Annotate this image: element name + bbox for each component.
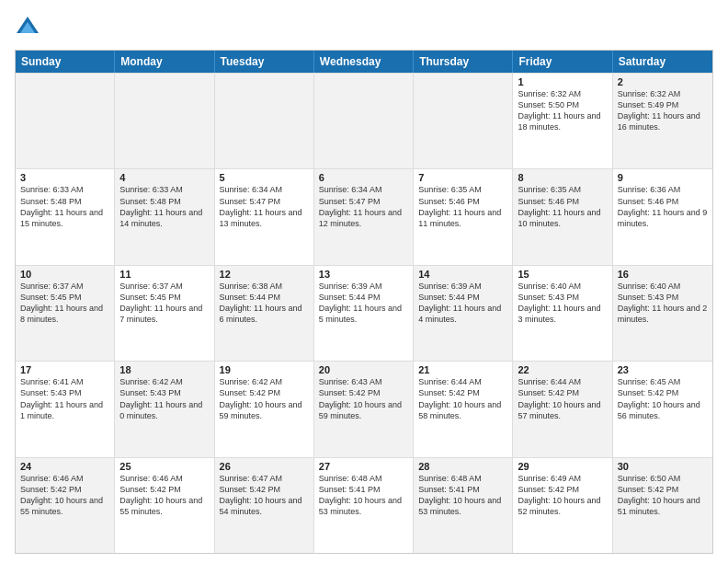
- empty-cell-0-0: [16, 74, 115, 168]
- day-info: Sunrise: 6:43 AM Sunset: 5:42 PM Dayligh…: [319, 376, 408, 421]
- header-day-wednesday: Wednesday: [314, 51, 414, 73]
- day-info: Sunrise: 6:44 AM Sunset: 5:42 PM Dayligh…: [518, 376, 607, 421]
- day-number: 18: [119, 364, 209, 375]
- day-number: 4: [119, 172, 209, 183]
- day-number: 12: [220, 269, 309, 280]
- day-cell-12: 12Sunrise: 6:38 AM Sunset: 5:44 PM Dayli…: [215, 266, 314, 361]
- day-cell-26: 26Sunrise: 6:47 AM Sunset: 5:42 PM Dayli…: [215, 458, 314, 553]
- day-number: 17: [20, 364, 109, 375]
- page: SundayMondayTuesdayWednesdayThursdayFrid…: [0, 0, 728, 563]
- logo-icon: [15, 15, 40, 40]
- day-cell-5: 5Sunrise: 6:34 AM Sunset: 5:47 PM Daylig…: [215, 169, 314, 264]
- header-day-friday: Friday: [513, 51, 612, 73]
- day-info: Sunrise: 6:40 AM Sunset: 5:43 PM Dayligh…: [518, 281, 607, 326]
- day-number: 20: [319, 364, 408, 375]
- calendar-header: SundayMondayTuesdayWednesdayThursdayFrid…: [16, 51, 712, 73]
- day-info: Sunrise: 6:49 AM Sunset: 5:42 PM Dayligh…: [518, 473, 607, 518]
- day-cell-4: 4Sunrise: 6:33 AM Sunset: 5:48 PM Daylig…: [115, 169, 214, 264]
- day-info: Sunrise: 6:38 AM Sunset: 5:44 PM Dayligh…: [220, 281, 309, 326]
- day-cell-21: 21Sunrise: 6:44 AM Sunset: 5:42 PM Dayli…: [414, 362, 513, 456]
- header-day-saturday: Saturday: [613, 51, 712, 73]
- day-info: Sunrise: 6:42 AM Sunset: 5:42 PM Dayligh…: [220, 376, 309, 421]
- day-info: Sunrise: 6:32 AM Sunset: 5:49 PM Dayligh…: [618, 88, 708, 133]
- day-number: 1: [518, 76, 607, 87]
- day-number: 11: [119, 269, 209, 280]
- day-cell-25: 25Sunrise: 6:46 AM Sunset: 5:42 PM Dayli…: [115, 458, 214, 553]
- day-cell-7: 7Sunrise: 6:35 AM Sunset: 5:46 PM Daylig…: [414, 169, 513, 264]
- day-cell-23: 23Sunrise: 6:45 AM Sunset: 5:42 PM Dayli…: [613, 362, 712, 456]
- calendar-row-2: 10Sunrise: 6:37 AM Sunset: 5:45 PM Dayli…: [16, 265, 712, 361]
- day-cell-14: 14Sunrise: 6:39 AM Sunset: 5:44 PM Dayli…: [414, 266, 513, 361]
- day-number: 30: [618, 461, 708, 472]
- day-number: 15: [518, 269, 607, 280]
- calendar-row-1: 3Sunrise: 6:33 AM Sunset: 5:48 PM Daylig…: [16, 168, 712, 264]
- day-info: Sunrise: 6:46 AM Sunset: 5:42 PM Dayligh…: [20, 473, 109, 518]
- header-day-thursday: Thursday: [414, 51, 513, 73]
- day-info: Sunrise: 6:34 AM Sunset: 5:47 PM Dayligh…: [220, 184, 309, 229]
- day-info: Sunrise: 6:33 AM Sunset: 5:48 PM Dayligh…: [119, 184, 209, 229]
- header: [15, 15, 713, 40]
- day-cell-29: 29Sunrise: 6:49 AM Sunset: 5:42 PM Dayli…: [513, 458, 612, 553]
- calendar-row-4: 24Sunrise: 6:46 AM Sunset: 5:42 PM Dayli…: [16, 457, 712, 553]
- day-number: 7: [418, 172, 507, 183]
- day-number: 29: [518, 461, 607, 472]
- day-number: 22: [518, 364, 607, 375]
- day-info: Sunrise: 6:35 AM Sunset: 5:46 PM Dayligh…: [518, 184, 607, 229]
- header-day-sunday: Sunday: [16, 51, 115, 73]
- day-info: Sunrise: 6:33 AM Sunset: 5:48 PM Dayligh…: [20, 184, 109, 229]
- calendar: SundayMondayTuesdayWednesdayThursdayFrid…: [15, 50, 713, 554]
- day-info: Sunrise: 6:50 AM Sunset: 5:42 PM Dayligh…: [618, 473, 708, 518]
- header-day-tuesday: Tuesday: [215, 51, 314, 73]
- calendar-row-0: 1Sunrise: 6:32 AM Sunset: 5:50 PM Daylig…: [16, 73, 712, 168]
- day-number: 2: [618, 76, 708, 87]
- day-cell-28: 28Sunrise: 6:48 AM Sunset: 5:41 PM Dayli…: [414, 458, 513, 553]
- day-cell-11: 11Sunrise: 6:37 AM Sunset: 5:45 PM Dayli…: [115, 266, 214, 361]
- day-cell-13: 13Sunrise: 6:39 AM Sunset: 5:44 PM Dayli…: [314, 266, 414, 361]
- day-number: 23: [618, 364, 708, 375]
- day-cell-16: 16Sunrise: 6:40 AM Sunset: 5:43 PM Dayli…: [613, 266, 712, 361]
- day-cell-9: 9Sunrise: 6:36 AM Sunset: 5:46 PM Daylig…: [613, 169, 712, 264]
- day-cell-20: 20Sunrise: 6:43 AM Sunset: 5:42 PM Dayli…: [314, 362, 414, 456]
- day-cell-18: 18Sunrise: 6:42 AM Sunset: 5:43 PM Dayli…: [115, 362, 214, 456]
- day-number: 5: [220, 172, 309, 183]
- day-number: 21: [418, 364, 507, 375]
- empty-cell-0-3: [314, 74, 414, 168]
- day-info: Sunrise: 6:48 AM Sunset: 5:41 PM Dayligh…: [319, 473, 408, 518]
- day-cell-2: 2Sunrise: 6:32 AM Sunset: 5:49 PM Daylig…: [613, 74, 712, 168]
- day-number: 19: [220, 364, 309, 375]
- day-info: Sunrise: 6:47 AM Sunset: 5:42 PM Dayligh…: [220, 473, 309, 518]
- day-cell-22: 22Sunrise: 6:44 AM Sunset: 5:42 PM Dayli…: [513, 362, 612, 456]
- day-number: 8: [518, 172, 607, 183]
- day-info: Sunrise: 6:34 AM Sunset: 5:47 PM Dayligh…: [319, 184, 408, 229]
- day-info: Sunrise: 6:39 AM Sunset: 5:44 PM Dayligh…: [319, 281, 408, 326]
- day-cell-30: 30Sunrise: 6:50 AM Sunset: 5:42 PM Dayli…: [613, 458, 712, 553]
- day-number: 26: [220, 461, 309, 472]
- day-info: Sunrise: 6:35 AM Sunset: 5:46 PM Dayligh…: [418, 184, 507, 229]
- empty-cell-0-4: [414, 74, 513, 168]
- day-cell-6: 6Sunrise: 6:34 AM Sunset: 5:47 PM Daylig…: [314, 169, 414, 264]
- day-number: 27: [319, 461, 408, 472]
- day-number: 24: [20, 461, 109, 472]
- day-cell-15: 15Sunrise: 6:40 AM Sunset: 5:43 PM Dayli…: [513, 266, 612, 361]
- day-number: 3: [20, 172, 109, 183]
- day-info: Sunrise: 6:32 AM Sunset: 5:50 PM Dayligh…: [518, 88, 607, 133]
- empty-cell-0-2: [215, 74, 314, 168]
- day-cell-24: 24Sunrise: 6:46 AM Sunset: 5:42 PM Dayli…: [16, 458, 115, 553]
- day-number: 13: [319, 269, 408, 280]
- day-number: 9: [618, 172, 708, 183]
- day-info: Sunrise: 6:40 AM Sunset: 5:43 PM Dayligh…: [618, 281, 708, 326]
- day-number: 10: [20, 269, 109, 280]
- calendar-row-3: 17Sunrise: 6:41 AM Sunset: 5:43 PM Dayli…: [16, 361, 712, 456]
- header-day-monday: Monday: [115, 51, 214, 73]
- day-info: Sunrise: 6:36 AM Sunset: 5:46 PM Dayligh…: [618, 184, 708, 229]
- day-info: Sunrise: 6:37 AM Sunset: 5:45 PM Dayligh…: [119, 281, 209, 326]
- day-cell-3: 3Sunrise: 6:33 AM Sunset: 5:48 PM Daylig…: [16, 169, 115, 264]
- day-info: Sunrise: 6:46 AM Sunset: 5:42 PM Dayligh…: [119, 473, 209, 518]
- day-info: Sunrise: 6:45 AM Sunset: 5:42 PM Dayligh…: [618, 376, 708, 421]
- day-number: 14: [418, 269, 507, 280]
- day-number: 6: [319, 172, 408, 183]
- day-cell-17: 17Sunrise: 6:41 AM Sunset: 5:43 PM Dayli…: [16, 362, 115, 456]
- day-info: Sunrise: 6:44 AM Sunset: 5:42 PM Dayligh…: [418, 376, 507, 421]
- empty-cell-0-1: [115, 74, 214, 168]
- logo: [15, 15, 44, 40]
